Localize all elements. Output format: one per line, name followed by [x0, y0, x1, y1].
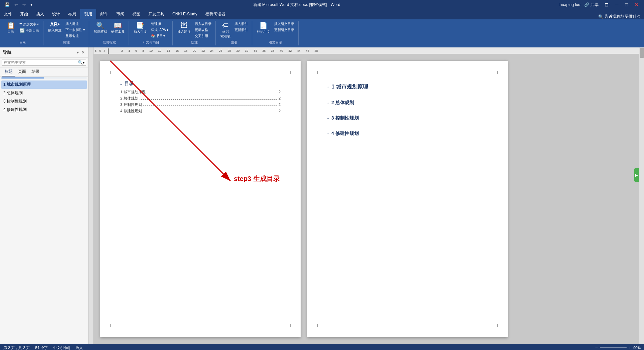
- title-bar-left: 💾 ↩ ↪ ▾: [3, 2, 34, 8]
- update-citation-table-btn[interactable]: 更新引文目录: [273, 27, 296, 33]
- tab-mailing[interactable]: 邮件: [96, 9, 112, 19]
- quick-access-more[interactable]: ▾: [29, 2, 34, 8]
- show-notes-btn[interactable]: 显示备注: [64, 33, 86, 39]
- style-dropdown-btn[interactable]: 样式: APA ▾: [150, 27, 170, 33]
- update-citation-table-label: 更新引文目录: [274, 28, 294, 32]
- step3-label: step3 生成目录: [234, 174, 280, 183]
- ribbon-group-citations: 📑 插入引文 管理源 样式: APA ▾ 📚 书目 ▾ 引文与书目: [130, 21, 173, 45]
- tab-review[interactable]: 审阅: [112, 9, 128, 19]
- tab-layout[interactable]: 布局: [64, 9, 80, 19]
- nav-search-input[interactable]: [4, 60, 78, 64]
- nav-item-4-num: 4: [3, 107, 7, 112]
- tab-developer[interactable]: 开发工具: [144, 9, 168, 19]
- mark-citation-btn[interactable]: 📄 标记引文: [256, 21, 272, 35]
- zoom-out-btn[interactable]: −: [595, 345, 598, 350]
- zoom-slider[interactable]: [600, 347, 627, 348]
- update-table-btn[interactable]: 更新表格: [193, 27, 213, 33]
- update-index-btn[interactable]: 更新索引: [233, 27, 249, 33]
- tab-insert[interactable]: 插入: [32, 9, 48, 19]
- toc-icon: 📋: [7, 22, 15, 29]
- ribbon-toggle-btn[interactable]: ⊟: [603, 1, 611, 8]
- insert-footnote-btn[interactable]: AB¹ 插入脚注: [47, 21, 63, 33]
- mark-index-icon: 🏷: [222, 22, 229, 29]
- scrollbar-thumb[interactable]: [640, 48, 644, 58]
- nav-options-btn[interactable]: ▾: [76, 49, 79, 55]
- insert-citation-btn[interactable]: 📑 插入引文: [132, 21, 148, 35]
- ribbon-group-search: 🔍 智能查找 📖 研究工具 信息检索: [90, 21, 129, 45]
- green-side-btn[interactable]: ▶: [634, 168, 639, 182]
- nav-selection-fill: [1, 77, 44, 78]
- nav-item-4[interactable]: 4 修建性规划: [1, 106, 87, 114]
- nav-item-1-text: 城市规划原理: [7, 82, 31, 87]
- page-right-corner-tr: [494, 71, 498, 74]
- nav-close-btn[interactable]: ✕: [81, 49, 86, 55]
- tab-references[interactable]: 引用: [80, 9, 96, 19]
- tell-me-what[interactable]: 🔍 告诉我你想要做什么: [229, 14, 644, 19]
- nav-search-dropdown[interactable]: ▾: [83, 61, 85, 64]
- window-title: 新建 Microsoft Word 文档.docx [兼容模式] - Word: [34, 2, 559, 8]
- next-footnote-btn[interactable]: 下一条脚注 ▾: [64, 27, 86, 33]
- nav-content: 1 城市规划原理 2 总体规划 3 控制性规划 4 修建性规划: [0, 79, 88, 344]
- tab-cnki[interactable]: CNKI E-Study: [168, 9, 201, 19]
- footnote-group-content: AB¹ 插入脚注 插入尾注 下一条脚注 ▾ 显示备注: [47, 21, 86, 39]
- nav-item-1[interactable]: 1 城市规划原理: [1, 80, 87, 89]
- save-quick-btn[interactable]: 💾: [3, 2, 11, 8]
- tab-file[interactable]: 文件: [0, 9, 16, 19]
- redo-btn[interactable]: ↪: [21, 2, 27, 8]
- left-ruler-bar: [89, 47, 94, 344]
- research-tool-btn[interactable]: 📖 研究工具: [110, 21, 126, 35]
- toc-entry-3-num: 3: [120, 103, 122, 107]
- ribbon-group-index: 🏷 标记索引项 插入索引 更新索引 索引: [216, 21, 252, 45]
- maximize-btn[interactable]: □: [623, 1, 630, 8]
- update-toc-btn[interactable]: 🔄 更新目录: [18, 28, 40, 33]
- nav-selection-indicator: [1, 77, 87, 78]
- nav-search-icon[interactable]: 🔍: [78, 60, 83, 65]
- share-btn[interactable]: 🔗 共享: [584, 2, 598, 8]
- heading-1-bullet: ♦: [327, 85, 329, 89]
- update-index-label: 更新索引: [234, 28, 248, 32]
- tab-design[interactable]: 设计: [48, 9, 64, 19]
- mark-index-btn[interactable]: 🏷 标记索引项: [219, 21, 232, 39]
- tab-view[interactable]: 视图: [128, 9, 144, 19]
- style-dropdown-label: 样式: APA ▾: [151, 28, 168, 32]
- smart-search-btn[interactable]: 🔍 智能查找: [93, 21, 109, 35]
- pages-area[interactable]: 目录 1 城市规划原理 2 2 总体规划 2: [94, 54, 639, 344]
- tab-home[interactable]: 开始: [16, 9, 32, 19]
- insert-citation-table-btn[interactable]: 插入引文目录: [273, 21, 296, 27]
- ruler-marks: 8 6 4 2 4 6 8 10 12 14 16 18 20 22 24 26…: [95, 49, 323, 52]
- insert-caption-btn[interactable]: 🖼 插入题注: [176, 21, 192, 35]
- citations-table-col: 插入引文目录 更新引文目录: [273, 21, 296, 33]
- toc-btn[interactable]: 📋 目录: [5, 21, 17, 35]
- minimize-btn[interactable]: ─: [613, 1, 621, 8]
- insert-endnote-btn[interactable]: 插入尾注: [64, 21, 86, 27]
- insert-table-of-figs-btn[interactable]: 插入表目录: [193, 21, 213, 27]
- user-name: huaping luo: [559, 2, 580, 7]
- nav-tab-pages[interactable]: 页面: [15, 67, 29, 76]
- nav-item-2-num: 2: [3, 91, 7, 95]
- zoom-in-btn[interactable]: +: [629, 345, 631, 350]
- nav-item-2[interactable]: 2 总体规划: [1, 89, 87, 97]
- cross-reference-btn[interactable]: 交叉引用: [193, 33, 213, 39]
- undo-btn[interactable]: ↩: [13, 2, 19, 8]
- tab-foxit[interactable]: 福昕阅读器: [201, 9, 229, 19]
- heading-3-bullet: ♦: [327, 117, 329, 120]
- research-tool-label: 研究工具: [111, 29, 125, 34]
- heading-4-text: 修建性规划: [335, 131, 359, 136]
- right-scrollbar[interactable]: [639, 47, 644, 344]
- manage-sources-btn[interactable]: 管理源: [150, 21, 170, 27]
- nav-search-box[interactable]: 🔍 ▾: [2, 59, 86, 66]
- ribbon: 文件 开始 插入 设计 布局 引用 邮件 审阅 视图 开发工具 CNKI E-S…: [0, 9, 644, 47]
- heading-2-bullet: ♦: [327, 102, 329, 105]
- toc-section: 目录 1 城市规划原理 2 2 总体规划 2: [120, 81, 281, 114]
- nav-tab-headings[interactable]: 标题: [2, 67, 15, 76]
- page-right-corner-bl: [317, 324, 321, 327]
- nav-item-3[interactable]: 3 控制性规划: [1, 97, 87, 106]
- insert-index-btn[interactable]: 插入索引: [233, 21, 249, 27]
- nav-tab-results[interactable]: 结果: [29, 67, 42, 76]
- bibliography-btn[interactable]: 📚 书目 ▾: [150, 33, 170, 39]
- add-text-btn[interactable]: ≡ 添加文字 ▾: [18, 21, 40, 27]
- smart-search-label: 智能查找: [94, 29, 107, 34]
- zoom-controls[interactable]: − + 90%: [595, 345, 641, 350]
- close-btn[interactable]: ✕: [633, 1, 641, 8]
- nav-panel: 导航 ▾ ✕ 🔍 ▾ 标题 页面 结果 1 城市规划原理: [0, 47, 89, 344]
